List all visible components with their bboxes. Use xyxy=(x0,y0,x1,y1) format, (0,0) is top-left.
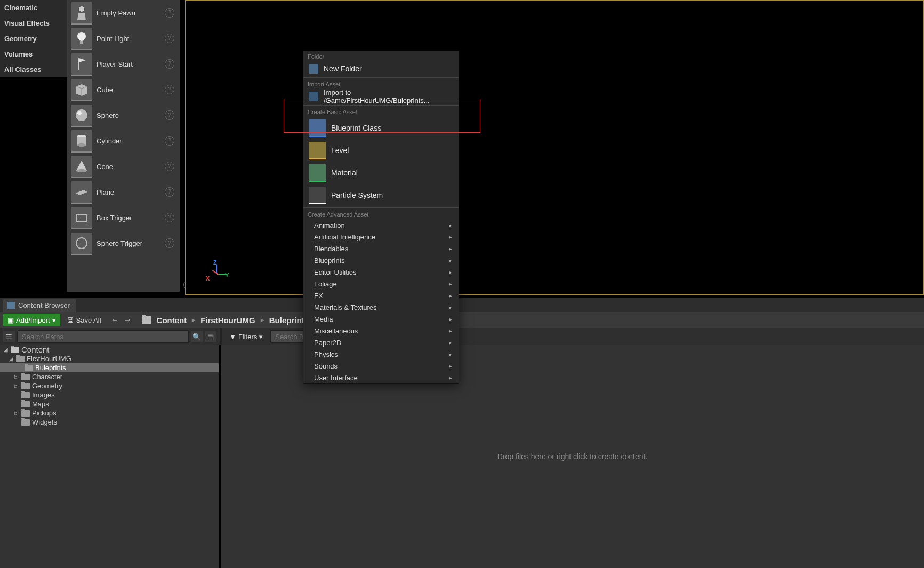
ctx-particle-system[interactable]: Particle System xyxy=(303,184,459,206)
tree-item-widgets[interactable]: Widgets xyxy=(0,418,219,427)
content-browser-tab[interactable]: Content Browser xyxy=(3,299,76,312)
help-icon[interactable]: ? xyxy=(165,8,174,18)
actor-plane[interactable]: Plane ? xyxy=(67,179,180,205)
ctx-sounds[interactable]: Sounds▸ xyxy=(303,360,459,372)
content-browser-toolbar: ▣ Add/Import ▾ 🖫 Save All ← → Content ▸ … xyxy=(0,312,924,328)
svg-point-11 xyxy=(76,238,87,249)
category-all-classes[interactable]: All Classes xyxy=(0,62,67,77)
tree-item-images[interactable]: Images xyxy=(0,390,219,399)
level-viewport[interactable]: Z Y X xyxy=(185,0,924,295)
svg-point-8 xyxy=(77,143,86,147)
ctx-blueprints[interactable]: Blueprints▸ xyxy=(303,254,459,266)
ctx-new-folder[interactable]: New Folder xyxy=(303,61,459,76)
help-icon[interactable]: ? xyxy=(165,162,174,171)
ctx-media[interactable]: Media▸ xyxy=(303,313,459,325)
help-icon[interactable]: ? xyxy=(165,59,174,69)
placement-category-list: Cinematic Visual Effects Geometry Volume… xyxy=(0,0,67,77)
tree-twisty-icon[interactable]: ◢ xyxy=(3,347,9,353)
actor-cylinder[interactable]: Cylinder ? xyxy=(67,128,180,154)
crumb-content[interactable]: Content xyxy=(157,316,187,325)
help-icon[interactable]: ? xyxy=(165,136,174,146)
chevron-right-icon: ▸ xyxy=(449,234,452,241)
search-paths-input[interactable] xyxy=(17,330,189,343)
category-volumes[interactable]: Volumes xyxy=(0,46,67,62)
tree-item-buleprints[interactable]: Buleprints xyxy=(0,363,219,372)
actor-cone[interactable]: Cone ? xyxy=(67,154,180,179)
chevron-right-icon: ▸ xyxy=(261,316,264,324)
ctx-artificial-intelligence[interactable]: Artificial Intelligence▸ xyxy=(303,231,459,243)
help-icon[interactable]: ? xyxy=(165,213,174,222)
help-icon[interactable]: ? xyxy=(165,85,174,94)
sphere-trigger-icon xyxy=(71,233,92,254)
ctx-section-folder: Folder xyxy=(303,51,459,61)
pawn-icon xyxy=(71,2,92,23)
nav-back-button[interactable]: ← xyxy=(110,315,120,325)
tree-item-maps[interactable]: Maps xyxy=(0,399,219,409)
add-import-button[interactable]: ▣ Add/Import ▾ xyxy=(3,314,60,326)
search-icon[interactable]: 🔍 xyxy=(191,331,203,342)
tab-label: Content Browser xyxy=(18,301,70,309)
import-icon xyxy=(309,92,318,101)
ctx-blueprint-class[interactable]: Blueprint Class xyxy=(303,117,459,139)
ctx-physics[interactable]: Physics▸ xyxy=(303,348,459,360)
category-visual-effects[interactable]: Visual Effects xyxy=(0,15,67,31)
chevron-right-icon: ▸ xyxy=(449,222,452,229)
help-icon[interactable]: ? xyxy=(165,110,174,120)
actor-label: Cone xyxy=(97,163,165,171)
help-icon[interactable]: ? xyxy=(165,238,174,248)
save-all-button[interactable]: 🖫 Save All xyxy=(65,316,103,324)
chevron-right-icon: ▸ xyxy=(449,281,452,287)
ctx-user-interface[interactable]: User Interface▸ xyxy=(303,372,459,383)
ctx-level[interactable]: Level xyxy=(303,139,459,162)
filters-button[interactable]: ▼ Filters ▾ xyxy=(225,333,267,341)
dropdown-caret-icon: ▾ xyxy=(52,316,56,324)
divider xyxy=(303,77,459,78)
ctx-animation[interactable]: Animation▸ xyxy=(303,219,459,231)
ctx-import-to[interactable]: Import to /Game/FirstHourUMG/Buleprints.… xyxy=(303,89,459,104)
help-icon[interactable]: ? xyxy=(165,34,174,43)
tree-twisty-icon[interactable]: ◢ xyxy=(9,356,14,362)
tree-twisty-icon[interactable]: ▷ xyxy=(14,410,19,416)
tree-twisty-icon[interactable]: ▷ xyxy=(14,383,19,389)
crumb-firsthourumg[interactable]: FirstHourUMG xyxy=(200,316,255,325)
ctx-material[interactable]: Material xyxy=(303,162,459,184)
tree-item-firsthourumg[interactable]: ◢ FirstHourUMG xyxy=(0,354,219,363)
tree-item-character[interactable]: ▷ Character xyxy=(0,372,219,381)
ctx-materials-textures[interactable]: Materials & Textures▸ xyxy=(303,301,459,313)
category-cinematic[interactable]: Cinematic xyxy=(0,0,67,15)
folder-icon[interactable] xyxy=(142,316,151,324)
actor-label: Player Start xyxy=(97,60,165,68)
breadcrumb: Content ▸ FirstHourUMG ▸ Buleprints ▸ xyxy=(142,316,317,325)
lock-sources-button[interactable]: ▤ xyxy=(205,331,216,342)
actor-empty-pawn[interactable]: Empty Pawn ? xyxy=(67,0,180,26)
actor-point-light[interactable]: Point Light ? xyxy=(67,26,180,51)
category-geometry[interactable]: Geometry xyxy=(0,31,67,46)
axis-gizmo: Z Y X xyxy=(202,259,226,284)
ctx-editor-utilities[interactable]: Editor Utilities▸ xyxy=(303,266,459,278)
nav-forward-button[interactable]: → xyxy=(123,315,133,325)
ctx-miscellaneous[interactable]: Miscellaneous▸ xyxy=(303,325,459,337)
folder-plus-icon xyxy=(309,64,318,74)
help-icon[interactable]: ? xyxy=(165,187,174,197)
ctx-paper2d[interactable]: Paper2D▸ xyxy=(303,337,459,348)
ctx-foliage[interactable]: Foliage▸ xyxy=(303,278,459,290)
actor-box-trigger[interactable]: Box Trigger ? xyxy=(67,205,180,230)
dropdown-caret-icon: ▾ xyxy=(259,333,263,341)
ctx-fx[interactable]: FX▸ xyxy=(303,290,459,301)
tree-item-pickups[interactable]: ▷ Pickups xyxy=(0,409,219,418)
chevron-right-icon: ▸ xyxy=(449,292,452,299)
tree-item-geometry[interactable]: ▷ Geometry xyxy=(0,381,219,390)
actor-sphere-trigger[interactable]: Sphere Trigger ? xyxy=(67,230,180,256)
actor-cube[interactable]: Cube ? xyxy=(67,77,180,102)
ctx-blendables[interactable]: Blendables▸ xyxy=(303,243,459,254)
tree-twisty-icon[interactable]: ▷ xyxy=(14,374,19,380)
sources-toggle-button[interactable]: ☰ xyxy=(3,331,15,342)
svg-rect-10 xyxy=(77,214,86,222)
actor-sphere[interactable]: Sphere ? xyxy=(67,102,180,128)
chevron-right-icon: ▸ xyxy=(449,257,452,264)
svg-rect-2 xyxy=(80,41,83,44)
actor-player-start[interactable]: Player Start ? xyxy=(67,51,180,77)
divider xyxy=(220,328,222,345)
svg-rect-3 xyxy=(78,58,79,70)
tree-item-content[interactable]: ◢ Content xyxy=(0,345,219,354)
